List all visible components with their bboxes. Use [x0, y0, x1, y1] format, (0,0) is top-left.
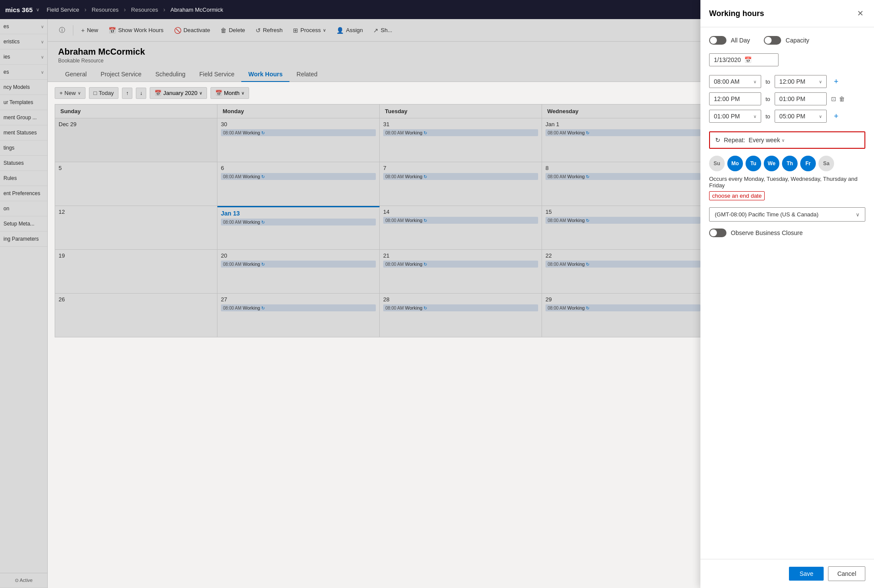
sidebar-item-10[interactable]: Rules: [0, 171, 47, 186]
cal-cell-12[interactable]: 12: [55, 206, 217, 249]
tab-work-hours[interactable]: Work Hours: [241, 67, 289, 82]
cal-cell-27[interactable]: 27 08:00 AM Working ↻: [217, 294, 380, 337]
cal-cell-31[interactable]: 31 08:00 AM Working ↻: [380, 118, 542, 162]
sidebar-item-1[interactable]: eristics ∨: [0, 34, 47, 49]
cal-cell-29[interactable]: 29 08:00 AM Working ↻: [542, 294, 704, 337]
time-copy-icon-2[interactable]: ⊡: [831, 95, 836, 102]
cal-event-22[interactable]: 08:00 AM Working ↻: [545, 261, 700, 268]
day-btn-we[interactable]: We: [764, 156, 779, 171]
sidebar-item-12[interactable]: on: [0, 201, 47, 216]
bc-resources1[interactable]: Resources: [92, 7, 118, 13]
time-delete-icon-2[interactable]: 🗑: [839, 95, 845, 102]
cal-cell-22[interactable]: 22 08:00 AM Working ↻: [542, 250, 704, 293]
process-button[interactable]: ⊞ Process ∨: [289, 24, 330, 36]
date-picker-icon[interactable]: 📅: [744, 56, 752, 63]
day-btn-fr[interactable]: Fr: [800, 156, 816, 171]
sidebar-item-11[interactable]: ent Preferences: [0, 186, 47, 201]
sidebar-item-3[interactable]: es ∨: [0, 65, 47, 80]
cal-cell-15[interactable]: 15 08:00 AM Working ↻: [542, 206, 704, 249]
cal-cell-dec29[interactable]: Dec 29: [55, 118, 217, 162]
sidebar-item-13[interactable]: Setup Meta...: [0, 216, 47, 232]
time-add-btn-3[interactable]: +: [831, 111, 841, 121]
day-btn-th[interactable]: Th: [782, 156, 798, 171]
cal-event-31[interactable]: 08:00 AM Working ↻: [383, 129, 538, 136]
cal-event-15[interactable]: 08:00 AM Working ↻: [545, 217, 700, 224]
deactivate-button[interactable]: 🚫 Deactivate: [170, 24, 214, 36]
cal-cell-28[interactable]: 28 08:00 AM Working ↻: [380, 294, 542, 337]
sidebar-item-4[interactable]: ncy Models: [0, 80, 47, 95]
time-from-1[interactable]: 08:00 AM ∨: [709, 75, 761, 88]
tab-project-service[interactable]: Project Service: [94, 67, 148, 82]
delete-button[interactable]: 🗑 Delete: [216, 24, 250, 36]
cal-cell-jan1[interactable]: Jan 1 08:00 AM Working ↻: [542, 118, 704, 162]
choose-end-date-link[interactable]: choose an end date: [709, 191, 765, 200]
day-btn-sa[interactable]: Sa: [818, 156, 834, 171]
cal-event-30[interactable]: 08:00 AM Working ↻: [221, 129, 376, 136]
cal-cell-8[interactable]: 8 08:00 AM Working ↻: [542, 162, 704, 206]
all-day-toggle[interactable]: [709, 36, 726, 45]
cal-event-20[interactable]: 08:00 AM Working ↻: [221, 261, 376, 268]
sidebar-item-5[interactable]: ur Templates: [0, 95, 47, 110]
show-work-hours-button[interactable]: 📅 Show Work Hours: [104, 24, 168, 36]
time-from-3[interactable]: 01:00 PM ∨: [709, 110, 761, 123]
cal-cell-19[interactable]: 19: [55, 250, 217, 293]
cal-event-6[interactable]: 08:00 AM Working ↻: [221, 173, 376, 180]
cal-cell-30[interactable]: 30 08:00 AM Working ↻: [217, 118, 380, 162]
day-btn-tu[interactable]: Tu: [746, 156, 761, 171]
sidebar-item-8[interactable]: tings: [0, 140, 47, 156]
cal-new-button[interactable]: + New ∨: [55, 87, 85, 99]
sidebar-item-2[interactable]: ies ∨: [0, 49, 47, 65]
cal-next-button[interactable]: ↓: [136, 88, 146, 99]
sidebar-item-7[interactable]: ment Statuses: [0, 125, 47, 140]
cal-event-7[interactable]: 08:00 AM Working ↻: [383, 173, 538, 180]
sidebar-item-14[interactable]: ing Parameters: [0, 232, 47, 247]
day-btn-su[interactable]: Su: [709, 156, 725, 171]
cal-today-button[interactable]: □ Today: [89, 87, 119, 99]
info-button[interactable]: ⓘ: [55, 24, 69, 37]
cal-event-28[interactable]: 08:00 AM Working ↻: [383, 304, 538, 311]
capacity-toggle[interactable]: [764, 36, 781, 45]
repeat-select[interactable]: Every week ∨: [749, 137, 785, 144]
cal-cell-14[interactable]: 14 08:00 AM Working ↻: [380, 206, 542, 249]
cal-prev-button[interactable]: ↑: [122, 88, 132, 99]
time-to-1[interactable]: 12:00 PM ∨: [775, 75, 827, 88]
time-to-3[interactable]: 05:00 PM ∨: [775, 110, 827, 123]
cal-event-29[interactable]: 08:00 AM Working ↻: [545, 304, 700, 311]
time-from-2[interactable]: 12:00 PM: [709, 92, 761, 105]
cal-event-8[interactable]: 08:00 AM Working ↻: [545, 173, 700, 180]
sidebar-item-0[interactable]: es ∨: [0, 19, 47, 34]
wh-close-button[interactable]: ✕: [855, 7, 865, 20]
time-add-btn-1[interactable]: +: [831, 76, 841, 87]
tab-general[interactable]: General: [58, 67, 94, 82]
assign-button[interactable]: 👤 Assign: [332, 24, 367, 36]
cal-cell-21[interactable]: 21 08:00 AM Working ↻: [380, 250, 542, 293]
cal-cell-jan13[interactable]: Jan 13 08:00 AM Working ↻: [217, 206, 380, 249]
cal-period-selector[interactable]: 📅 January 2020 ∨: [150, 87, 207, 99]
refresh-button[interactable]: ↺ Refresh: [251, 24, 287, 36]
tab-related[interactable]: Related: [289, 67, 324, 82]
sidebar-item-6[interactable]: ment Group ...: [0, 110, 47, 125]
save-button[interactable]: Save: [789, 567, 824, 581]
cal-event-14[interactable]: 08:00 AM Working ↻: [383, 217, 538, 224]
share-button[interactable]: ↗ Sh...: [369, 24, 397, 36]
date-field[interactable]: 1/13/2020 📅: [709, 53, 779, 66]
cal-event-jan13[interactable]: 08:00 AM Working ↻: [221, 219, 376, 225]
cal-event-jan1[interactable]: 08:00 AM Working ↻: [545, 129, 700, 136]
cancel-button[interactable]: Cancel: [828, 566, 865, 581]
tab-scheduling[interactable]: Scheduling: [148, 67, 192, 82]
cal-cell-6[interactable]: 6 08:00 AM Working ↻: [217, 162, 380, 206]
day-btn-mo[interactable]: Mo: [727, 156, 743, 171]
cal-event-21[interactable]: 08:00 AM Working ↻: [383, 261, 538, 268]
time-to-2[interactable]: 01:00 PM: [775, 92, 827, 105]
bc-person[interactable]: Abraham McCormick: [171, 7, 223, 13]
timezone-select[interactable]: (GMT-08:00) Pacific Time (US & Canada) ∨: [709, 207, 865, 222]
cal-cell-20[interactable]: 20 08:00 AM Working ↻: [217, 250, 380, 293]
business-closure-toggle[interactable]: [709, 229, 726, 237]
cal-view-selector[interactable]: 📅 Month ∨: [210, 87, 249, 99]
cal-cell-26[interactable]: 26: [55, 294, 217, 337]
new-button[interactable]: + New: [77, 24, 102, 36]
sidebar-item-9[interactable]: Statuses: [0, 156, 47, 171]
cal-cell-7[interactable]: 7 08:00 AM Working ↻: [380, 162, 542, 206]
bc-resources2[interactable]: Resources: [131, 7, 158, 13]
cal-event-27[interactable]: 08:00 AM Working ↻: [221, 304, 376, 311]
